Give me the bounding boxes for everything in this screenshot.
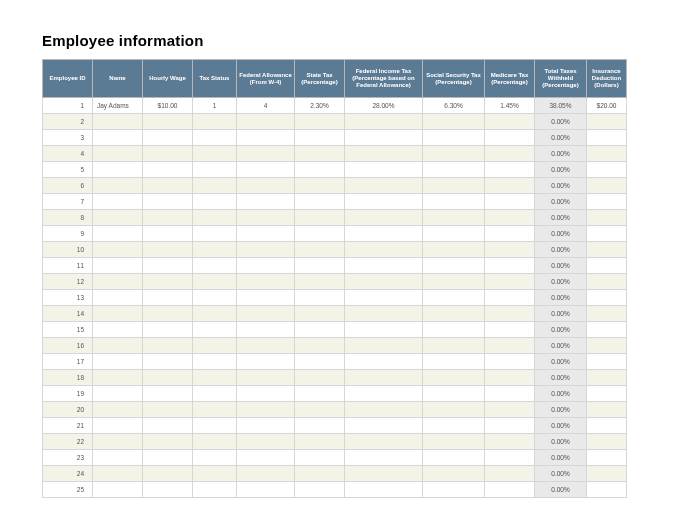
cell-status[interactable] <box>193 146 237 162</box>
cell-fed-tax[interactable] <box>345 322 423 338</box>
cell-wage[interactable] <box>143 194 193 210</box>
cell-id[interactable]: 16 <box>43 338 93 354</box>
cell-id[interactable]: 10 <box>43 242 93 258</box>
cell-name[interactable] <box>93 290 143 306</box>
cell-ss[interactable] <box>423 354 485 370</box>
cell-id[interactable]: 12 <box>43 274 93 290</box>
cell-fed-allow[interactable] <box>237 418 295 434</box>
cell-medicare[interactable] <box>485 466 535 482</box>
cell-insurance[interactable] <box>587 274 627 290</box>
cell-totals[interactable]: 0.00% <box>535 226 587 242</box>
cell-insurance[interactable] <box>587 290 627 306</box>
cell-fed-tax[interactable] <box>345 162 423 178</box>
cell-totals[interactable]: 0.00% <box>535 114 587 130</box>
cell-id[interactable]: 6 <box>43 178 93 194</box>
cell-wage[interactable] <box>143 418 193 434</box>
cell-ss[interactable] <box>423 386 485 402</box>
cell-totals[interactable]: 0.00% <box>535 194 587 210</box>
cell-fed-tax[interactable] <box>345 226 423 242</box>
cell-wage[interactable] <box>143 258 193 274</box>
cell-totals[interactable]: 0.00% <box>535 258 587 274</box>
cell-insurance[interactable] <box>587 386 627 402</box>
cell-ss[interactable] <box>423 226 485 242</box>
cell-wage[interactable] <box>143 450 193 466</box>
cell-medicare[interactable] <box>485 130 535 146</box>
cell-wage[interactable] <box>143 210 193 226</box>
cell-insurance[interactable] <box>587 434 627 450</box>
cell-name[interactable] <box>93 130 143 146</box>
cell-id[interactable]: 9 <box>43 226 93 242</box>
cell-fed-tax[interactable] <box>345 274 423 290</box>
cell-wage[interactable] <box>143 178 193 194</box>
cell-wage[interactable] <box>143 146 193 162</box>
cell-insurance[interactable] <box>587 354 627 370</box>
cell-state-tax[interactable] <box>295 354 345 370</box>
cell-insurance[interactable] <box>587 322 627 338</box>
cell-ss[interactable] <box>423 162 485 178</box>
cell-name[interactable] <box>93 114 143 130</box>
cell-status[interactable] <box>193 114 237 130</box>
cell-status[interactable] <box>193 450 237 466</box>
cell-ss[interactable] <box>423 482 485 498</box>
cell-fed-tax[interactable] <box>345 338 423 354</box>
cell-status[interactable] <box>193 242 237 258</box>
cell-fed-tax[interactable] <box>345 466 423 482</box>
cell-fed-tax[interactable] <box>345 210 423 226</box>
cell-fed-allow[interactable] <box>237 162 295 178</box>
cell-medicare[interactable] <box>485 242 535 258</box>
cell-ss[interactable]: 6.30% <box>423 98 485 114</box>
cell-ss[interactable] <box>423 194 485 210</box>
cell-status[interactable] <box>193 418 237 434</box>
cell-status[interactable] <box>193 370 237 386</box>
cell-status[interactable] <box>193 466 237 482</box>
cell-totals[interactable]: 0.00% <box>535 242 587 258</box>
cell-fed-allow[interactable] <box>237 178 295 194</box>
cell-id[interactable]: 13 <box>43 290 93 306</box>
cell-ss[interactable] <box>423 466 485 482</box>
cell-state-tax[interactable] <box>295 242 345 258</box>
cell-status[interactable] <box>193 322 237 338</box>
cell-state-tax[interactable] <box>295 322 345 338</box>
cell-state-tax[interactable] <box>295 450 345 466</box>
cell-id[interactable]: 7 <box>43 194 93 210</box>
cell-id[interactable]: 11 <box>43 258 93 274</box>
cell-id[interactable]: 1 <box>43 98 93 114</box>
cell-insurance[interactable] <box>587 306 627 322</box>
cell-ss[interactable] <box>423 146 485 162</box>
cell-medicare[interactable] <box>485 418 535 434</box>
cell-name[interactable] <box>93 194 143 210</box>
cell-medicare[interactable] <box>485 162 535 178</box>
cell-state-tax[interactable] <box>295 194 345 210</box>
cell-ss[interactable] <box>423 274 485 290</box>
cell-fed-tax[interactable] <box>345 290 423 306</box>
cell-wage[interactable] <box>143 386 193 402</box>
cell-medicare[interactable] <box>485 178 535 194</box>
cell-name[interactable] <box>93 178 143 194</box>
cell-totals[interactable]: 0.00% <box>535 434 587 450</box>
cell-totals[interactable]: 0.00% <box>535 210 587 226</box>
cell-medicare[interactable] <box>485 114 535 130</box>
cell-status[interactable] <box>193 162 237 178</box>
cell-state-tax[interactable] <box>295 146 345 162</box>
cell-totals[interactable]: 0.00% <box>535 370 587 386</box>
cell-name[interactable] <box>93 418 143 434</box>
cell-status[interactable] <box>193 290 237 306</box>
cell-status[interactable] <box>193 354 237 370</box>
cell-fed-tax[interactable]: 28.00% <box>345 98 423 114</box>
cell-insurance[interactable] <box>587 178 627 194</box>
cell-fed-allow[interactable] <box>237 450 295 466</box>
cell-fed-allow[interactable] <box>237 338 295 354</box>
cell-medicare[interactable] <box>485 146 535 162</box>
cell-wage[interactable] <box>143 162 193 178</box>
cell-id[interactable]: 8 <box>43 210 93 226</box>
cell-status[interactable] <box>193 274 237 290</box>
cell-fed-tax[interactable] <box>345 306 423 322</box>
cell-status[interactable] <box>193 178 237 194</box>
cell-state-tax[interactable] <box>295 226 345 242</box>
cell-totals[interactable]: 0.00% <box>535 466 587 482</box>
cell-fed-allow[interactable] <box>237 306 295 322</box>
cell-ss[interactable] <box>423 370 485 386</box>
cell-fed-tax[interactable] <box>345 130 423 146</box>
cell-name[interactable] <box>93 354 143 370</box>
cell-wage[interactable] <box>143 226 193 242</box>
